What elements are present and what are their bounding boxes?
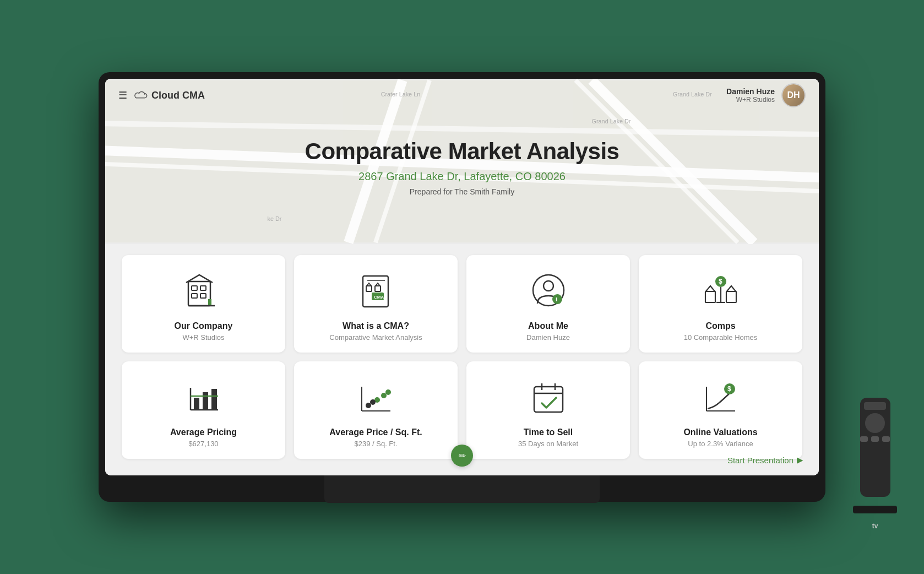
hero-title: Comparative Market Analysis bbox=[305, 138, 619, 165]
avg-price-sqft-icon bbox=[354, 375, 398, 419]
what-is-cma-icon: CMA bbox=[354, 268, 398, 312]
hero-prepared-for: Prepared for The Smith Family bbox=[410, 187, 514, 196]
navbar-left: ☰ Cloud CMA bbox=[118, 88, 205, 103]
menu-icon[interactable]: ☰ bbox=[118, 89, 127, 101]
svg-point-26 bbox=[543, 281, 553, 291]
svg-rect-14 bbox=[200, 286, 206, 290]
apple-tv-label: tv bbox=[872, 522, 878, 530]
svg-point-45 bbox=[381, 393, 387, 398]
card-about-me-title: About Me bbox=[528, 321, 568, 331]
remote-small-btn-3 bbox=[882, 436, 890, 442]
start-presentation-label: Start Presentation bbox=[727, 456, 793, 465]
card-avg-pricing-title: Average Pricing bbox=[170, 427, 237, 437]
hero-address: 2867 Grand Lake Dr, Lafayette, CO 80026 bbox=[358, 170, 566, 183]
card-what-is-cma-title: What is a CMA? bbox=[343, 321, 409, 331]
apple-tv-remote-area: tv bbox=[853, 398, 897, 530]
our-company-icon bbox=[182, 268, 226, 312]
svg-text:i: i bbox=[556, 296, 557, 302]
tv-stand bbox=[324, 475, 600, 503]
remote-small-btn-2 bbox=[871, 436, 879, 442]
card-comps-title: Comps bbox=[705, 321, 735, 331]
tv-frame: ☰ Cloud CMA Damien Huze W+R Studios bbox=[99, 72, 825, 502]
remote-top-button bbox=[864, 402, 886, 410]
remote-small-btn-1 bbox=[860, 436, 868, 442]
svg-point-46 bbox=[385, 389, 391, 395]
card-our-company[interactable]: Our Company W+R Studios bbox=[122, 255, 285, 353]
tv-screen: ☰ Cloud CMA Damien Huze W+R Studios bbox=[105, 79, 819, 475]
online-valuations-icon: $ bbox=[699, 375, 743, 419]
svg-point-43 bbox=[366, 403, 371, 408]
card-our-company-subtitle: W+R Studios bbox=[182, 333, 224, 342]
about-me-icon: i bbox=[526, 268, 570, 312]
svg-rect-20 bbox=[366, 286, 372, 291]
remote-circle-pad bbox=[865, 413, 885, 433]
svg-rect-39 bbox=[211, 389, 217, 410]
remote-buttons-row bbox=[860, 436, 890, 442]
start-presentation-button[interactable]: Start Presentation ▶ bbox=[727, 455, 803, 465]
svg-rect-13 bbox=[192, 286, 197, 290]
svg-rect-29 bbox=[705, 291, 715, 302]
card-online-valuations-title: Online Valuations bbox=[683, 427, 757, 437]
svg-text:CMA: CMA bbox=[374, 295, 384, 300]
card-our-company-title: Our Company bbox=[175, 321, 233, 331]
card-about-me[interactable]: i About Me Damien Huze bbox=[466, 255, 630, 353]
edit-button[interactable]: ✏ bbox=[451, 445, 473, 467]
avatar-image: DH bbox=[782, 84, 805, 106]
svg-rect-37 bbox=[194, 398, 199, 410]
card-what-is-cma[interactable]: CMA What is a CMA? Comparative Market An… bbox=[294, 255, 458, 353]
avatar: DH bbox=[781, 83, 806, 107]
apple-tv-remote bbox=[860, 398, 890, 497]
svg-rect-30 bbox=[726, 291, 736, 302]
card-comps[interactable]: $ Comps 10 Comparable Homes bbox=[639, 255, 802, 353]
user-name: Damien Huze bbox=[726, 87, 775, 96]
svg-rect-16 bbox=[200, 294, 206, 298]
play-icon: ▶ bbox=[797, 455, 803, 465]
edit-icon: ✏ bbox=[459, 451, 466, 461]
card-about-me-subtitle: Damien Huze bbox=[526, 333, 570, 342]
comps-icon: $ bbox=[699, 268, 743, 312]
svg-rect-15 bbox=[192, 294, 197, 298]
navbar-right: Damien Huze W+R Studios DH bbox=[726, 83, 806, 107]
card-time-to-sell-title: Time to Sell bbox=[524, 427, 573, 437]
svg-text:$: $ bbox=[727, 385, 731, 393]
card-what-is-cma-subtitle: Comparative Market Analysis bbox=[329, 333, 422, 342]
svg-text:$: $ bbox=[719, 278, 722, 285]
average-pricing-icon bbox=[182, 375, 226, 419]
svg-rect-38 bbox=[203, 392, 208, 410]
time-to-sell-icon bbox=[526, 375, 570, 419]
navbar: ☰ Cloud CMA Damien Huze W+R Studios bbox=[105, 79, 819, 112]
logo: Cloud CMA bbox=[133, 88, 205, 103]
svg-rect-21 bbox=[375, 286, 381, 291]
svg-rect-17 bbox=[208, 299, 211, 306]
apple-tv-box bbox=[853, 506, 897, 513]
cards-row-1: Our Company W+R Studios bbox=[122, 255, 802, 353]
cloud-logo-icon bbox=[133, 88, 148, 103]
grid-section: Our Company W+R Studios bbox=[105, 244, 819, 475]
svg-rect-48 bbox=[534, 387, 563, 412]
svg-point-47 bbox=[370, 399, 376, 405]
user-info: Damien Huze W+R Studios bbox=[726, 87, 775, 104]
card-avg-price-sqft-title: Average Price / Sq. Ft. bbox=[329, 427, 422, 437]
user-company: W+R Studios bbox=[726, 96, 775, 104]
logo-text: Cloud CMA bbox=[151, 90, 205, 101]
card-comps-subtitle: 10 Comparable Homes bbox=[684, 333, 758, 342]
